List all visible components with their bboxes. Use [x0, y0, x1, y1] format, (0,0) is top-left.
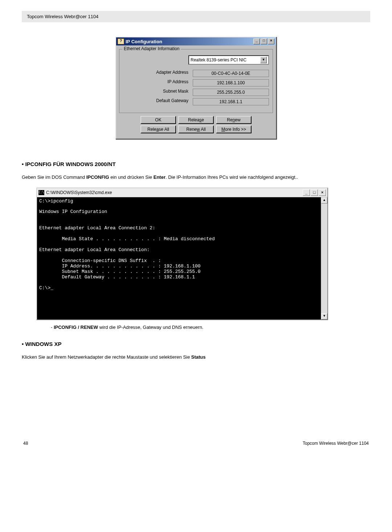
cmd-window: C:\ C:\WINDOWS\System32\cmd.exe _ □ × C:…	[36, 188, 328, 321]
dialog-titlebar: ? IP Configuration _ □ ×	[116, 37, 276, 45]
minimize-icon[interactable]: _	[303, 189, 310, 196]
dialog-title: IP Configuration	[126, 39, 162, 44]
ip-address-value: 192.168.1.100	[193, 79, 269, 86]
subnet-mask-label: Subnet Mask	[123, 89, 193, 96]
section-heading-winxp: • WINDOWS XP	[22, 341, 370, 347]
section2-paragraph: Klicken Sie auf Ihrem Netzwerkadapter di…	[22, 354, 370, 361]
fieldset-legend: Ethernet Adapter Information	[122, 46, 181, 51]
minimize-icon[interactable]: _	[253, 39, 260, 44]
default-gateway-label: Default Gateway	[123, 98, 193, 105]
scroll-up-icon[interactable]: ▲	[321, 197, 327, 203]
adapter-address-value: 00-C0-4C-A0-14-0E	[193, 70, 269, 77]
ok-button[interactable]: OK	[140, 116, 176, 124]
renew-button[interactable]: Renew	[216, 116, 252, 124]
more-info-button[interactable]: More Info >>	[216, 125, 252, 133]
ip-configuration-dialog: ? IP Configuration _ □ × Ethernet Adapte…	[115, 37, 277, 139]
scrollbar[interactable]: ▲ ▼	[321, 197, 327, 320]
footer-title: Topcom Wireless Webr@cer 1104	[303, 441, 369, 446]
default-gateway-value: 192.168.1.1	[193, 98, 269, 105]
cmd-icon: C:\	[38, 190, 44, 195]
close-icon[interactable]: ×	[268, 39, 274, 44]
chevron-down-icon[interactable]: ▼	[260, 57, 267, 63]
app-icon: ?	[118, 39, 124, 44]
close-icon[interactable]: ×	[319, 189, 326, 196]
adapter-address-label: Adapter Address	[123, 70, 193, 77]
maximize-icon[interactable]: □	[261, 39, 267, 44]
page-number: 48	[23, 441, 28, 446]
release-button[interactable]: Release	[178, 116, 214, 124]
adapter-select-value: Realtek 8139-series PCI NIC	[191, 57, 246, 63]
header-title: Topcom Wireless Webr@cer 1104	[27, 14, 98, 19]
renew-all-button[interactable]: Renew All	[178, 125, 214, 133]
scroll-down-icon[interactable]: ▼	[321, 313, 327, 319]
note-line: - IPCONFIG / RENEW wird die IP-Adresse, …	[51, 325, 370, 330]
header-bar: Topcom Wireless Webr@cer 1104	[22, 11, 370, 22]
release-all-button[interactable]: Release All	[140, 125, 176, 133]
subnet-mask-value: 255.255.255.0	[193, 89, 269, 96]
cmd-title: C:\WINDOWS\System32\cmd.exe	[46, 190, 112, 195]
cmd-output: C:\>ipconfig Windows IP Configuration Et…	[37, 197, 321, 320]
section-heading-ipconfig: • IPCONFIG FÜR WINDOWS 2000/NT	[22, 161, 370, 167]
page-footer: 48 Topcom Wireless Webr@cer 1104	[22, 441, 370, 446]
adapter-info-fieldset: Ethernet Adapter Information Realtek 813…	[119, 49, 273, 113]
cmd-titlebar: C:\ C:\WINDOWS\System32\cmd.exe _ □ ×	[37, 188, 327, 197]
section1-paragraph: Geben Sie im DOS Command IPCONFIG ein un…	[22, 174, 370, 181]
maximize-icon[interactable]: □	[311, 189, 318, 196]
adapter-select[interactable]: Realtek 8139-series PCI NIC ▼	[188, 55, 269, 65]
ip-address-label: IP Address	[123, 79, 193, 86]
